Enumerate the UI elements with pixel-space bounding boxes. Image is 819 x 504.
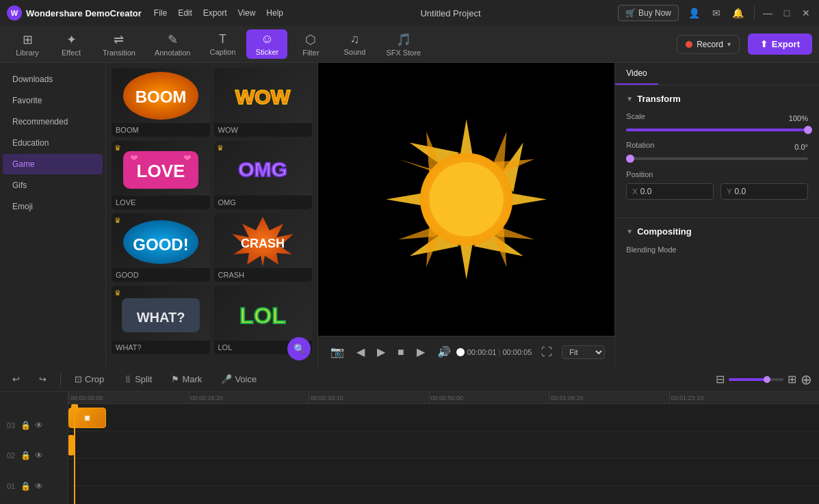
stop-button[interactable]: ■ (395, 343, 407, 361)
transition-tool[interactable]: ⇌ Transition (94, 29, 144, 59)
compositing-title: Compositing (637, 226, 691, 237)
menu-export[interactable]: Export (203, 8, 227, 18)
sfx-store-tool[interactable]: 🎵 SFX Store (378, 29, 429, 59)
sidebar-item-downloads[interactable]: Downloads (3, 69, 103, 90)
ruler-mark-4: 00:01:06:20 (549, 392, 584, 403)
play-button[interactable]: ▶ (374, 343, 388, 361)
sticker-crash[interactable]: CRASH CRASH (214, 213, 313, 282)
buy-now-button[interactable]: 🛒 Buy Now (618, 5, 679, 21)
sticker-boom-thumb: BOOM (112, 68, 210, 123)
transform-header[interactable]: ▼ Transform (626, 94, 808, 104)
blending-mode-label: Blending Mode (626, 246, 676, 254)
sidebar-item-recommended[interactable]: Recommended (3, 111, 103, 132)
preview-canvas (318, 63, 614, 336)
sound-icon: ♫ (350, 32, 360, 47)
redo-button[interactable]: ↪ (34, 371, 52, 387)
eye-01-icon[interactable]: 👁 (35, 481, 43, 491)
zoom-slider[interactable] (729, 378, 783, 381)
voice-icon: 🎤 (221, 374, 232, 384)
mail-icon[interactable]: ✉ (707, 4, 725, 22)
volume-button[interactable]: 🔊 (434, 343, 454, 361)
mark-button[interactable]: ⚑ Mark (166, 371, 207, 387)
sticker-good-crown: ♛ (114, 216, 121, 225)
sticker-wow-label: WOW (214, 123, 313, 137)
sticker-omg-label: OMG (214, 196, 313, 209)
preview-controls: 📷 ◀ ▶ ■ ▶ 🔊 00:00:01 | 00:00:05 ⛶ Fit Fi… (318, 336, 614, 367)
rotation-slider[interactable] (626, 157, 808, 160)
add-track-button[interactable]: ⊕ (801, 371, 812, 388)
crop-button[interactable]: ⊡ Crop (69, 371, 109, 387)
sticker-good[interactable]: ♛ GOOD! GOOD (112, 213, 210, 282)
timeline-content: 00:00:00:00 00:00:16:20 00:00:33:10 00:0… (68, 392, 819, 504)
sticker-love[interactable]: ♛ LOVE ❤ ❤ LOVE (112, 141, 210, 209)
record-button[interactable]: Record ▾ (677, 35, 740, 54)
svg-text:WHAT?: WHAT? (136, 310, 185, 325)
effect-tool[interactable]: ✦ Effect (51, 29, 92, 59)
menu-view[interactable]: View (238, 8, 256, 18)
zoom-out-button[interactable]: ⊟ (716, 373, 725, 386)
sticker-search-button[interactable]: 🔍 (287, 337, 311, 360)
compositing-chevron-icon: ▼ (626, 228, 633, 235)
split-button[interactable]: ⧛ Split (118, 371, 157, 387)
sticker-what[interactable]: ♛ WHAT? WHAT? (112, 286, 210, 354)
menu-edit[interactable]: Edit (178, 8, 192, 18)
sticker-boom[interactable]: BOOM BOOM (112, 68, 210, 137)
position-y-input[interactable] (735, 187, 803, 196)
panel-tabs: Video (615, 63, 819, 85)
sound-tool[interactable]: ♫ Sound (334, 29, 375, 59)
sidebar-item-gifs[interactable]: Gifs (3, 175, 103, 196)
eye-02-icon[interactable]: 👁 (35, 451, 43, 460)
annotation-tool[interactable]: ✎ Annotation (146, 29, 199, 59)
track-label-03: 03 🔒 👁 (0, 412, 68, 439)
voice-button[interactable]: 🎤 Voice (216, 371, 262, 387)
prev-frame-button[interactable]: ◀ (354, 343, 367, 361)
redo-icon: ↪ (39, 374, 47, 384)
lock-03-icon[interactable]: 🔒 (21, 421, 31, 430)
sticker-omg[interactable]: ♛ OMG OMG (214, 141, 313, 209)
progress-thumb (456, 348, 465, 356)
position-x-input[interactable] (640, 187, 708, 196)
account-icon[interactable]: 👤 (686, 4, 703, 22)
screenshot-button[interactable]: 📷 (328, 343, 347, 361)
lock-01-icon[interactable]: 🔒 (21, 481, 31, 491)
track-row-03: ▣ (68, 404, 819, 432)
mark-icon: ⚑ (171, 374, 179, 384)
sidebar-item-emoji[interactable]: Emoji (3, 196, 103, 217)
fullscreen-button[interactable]: ⛶ (538, 343, 555, 361)
menu-help[interactable]: Help (266, 8, 283, 18)
compositing-header[interactable]: ▼ Compositing (626, 226, 808, 237)
titlebar-right: 🛒 Buy Now 👤 ✉ 🔔 — □ ✕ (618, 4, 812, 22)
tab-video[interactable]: Video (615, 63, 658, 85)
undo-button[interactable]: ↩ (7, 371, 25, 387)
ruler-mark-2: 00:00:33:10 (309, 392, 343, 403)
main-area: Downloads Favorite Recommended Education… (0, 63, 819, 367)
transform-title: Transform (637, 94, 681, 104)
eye-03-icon[interactable]: 👁 (35, 421, 43, 430)
ruler-mark-5: 00:01:23:10 (669, 392, 704, 403)
scale-slider[interactable] (626, 129, 808, 131)
sticker-love-crown: ♛ (114, 144, 121, 152)
sticker-icon: ☺ (261, 32, 273, 47)
lock-02-icon[interactable]: 🔒 (21, 451, 31, 460)
annotation-icon: ✎ (168, 32, 178, 47)
sidebar-item-game[interactable]: Game (3, 154, 103, 174)
maximize-button[interactable]: □ (781, 7, 793, 19)
close-button[interactable]: ✕ (800, 7, 812, 19)
library-tool[interactable]: ⊞ Library (7, 29, 48, 59)
minimize-button[interactable]: — (762, 7, 774, 19)
position-label: Position (626, 170, 653, 178)
export-button[interactable]: ⬆ Export (748, 34, 812, 55)
menu-file[interactable]: File (154, 8, 167, 18)
caption-tool[interactable]: T Caption (202, 29, 244, 59)
filter-tool[interactable]: ⬡ Filter (290, 29, 331, 59)
zoom-in-button[interactable]: ⊞ (788, 373, 796, 386)
next-frame-button[interactable]: ▶ (414, 343, 428, 361)
svg-text:BOOM: BOOM (135, 88, 186, 106)
sticker-wow[interactable]: WOW WOW (214, 68, 313, 137)
sticker-tool[interactable]: ☺ Sticker (246, 29, 287, 59)
bell-icon[interactable]: 🔔 (729, 4, 747, 22)
sidebar-item-favorite[interactable]: Favorite (3, 90, 103, 111)
fit-select[interactable]: Fit Fill 100% 50% (562, 345, 605, 359)
sidebar-item-education[interactable]: Education (3, 133, 103, 153)
sticker-boom-label: BOOM (112, 123, 210, 137)
